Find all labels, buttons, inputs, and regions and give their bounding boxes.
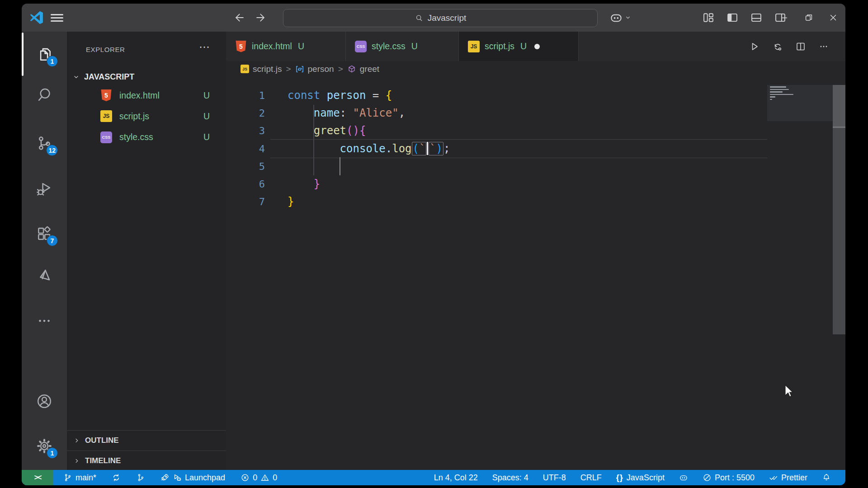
git-branch-status[interactable]: main* — [63, 473, 96, 483]
source-control-graph-button[interactable] — [136, 473, 145, 482]
line-number-gutter: 1234567 — [226, 87, 265, 211]
breadcrumb-item-script.js[interactable]: JSscript.js — [241, 64, 282, 74]
tab-label: style.css — [372, 41, 406, 52]
bell-icon — [822, 473, 831, 482]
breadcrumb-item-person[interactable]: person — [295, 64, 334, 74]
braces-icon: {} — [616, 473, 623, 483]
tab-index.html[interactable]: 5index.htmlU — [226, 32, 346, 61]
file-item-style.css[interactable]: CSSstyle.cssU — [67, 127, 226, 148]
activity-search-icon[interactable] — [33, 84, 55, 106]
toggle-primary-sidebar-icon[interactable] — [726, 11, 739, 24]
section-label: TIMELINE — [85, 456, 121, 465]
live-server-port-status[interactable]: Port : 5500 — [703, 473, 755, 483]
command-center-search[interactable]: Javascript — [283, 9, 598, 27]
launchpad-label: Launchpad — [185, 473, 225, 483]
file-item-index.html[interactable]: 5index.htmlU — [67, 85, 226, 106]
editor-scrollbar[interactable] — [833, 85, 845, 334]
code-line-5[interactable] — [288, 158, 450, 175]
activity-source-control-icon[interactable]: 12 — [33, 132, 55, 154]
language-mode-status[interactable]: {} JavaScript — [616, 473, 665, 483]
folder-row-javascript[interactable]: JAVASCRIPT — [67, 70, 226, 84]
sync-changes-button[interactable] — [112, 473, 121, 482]
cursor-position-label: Ln 4, Col 22 — [434, 473, 478, 483]
git-status-badge: U — [203, 90, 210, 101]
timeline-section[interactable]: TIMELINE — [67, 450, 226, 471]
more-actions-icon[interactable] — [818, 41, 829, 52]
customize-layout-icon[interactable] — [702, 11, 715, 24]
file-label: style.css — [119, 132, 153, 142]
code-line-4[interactable]: console.log(``); — [288, 140, 450, 158]
chevron-down-icon — [72, 73, 80, 81]
notifications-button[interactable] — [822, 473, 831, 482]
chevron-down-icon — [624, 14, 632, 21]
remote-indicator[interactable]: >< — [22, 470, 53, 485]
tab-style.css[interactable]: CSSstyle.cssU — [346, 32, 459, 61]
file-item-script.js[interactable]: JSscript.jsU — [67, 106, 226, 127]
explorer-more-actions-icon[interactable]: ⋯ — [199, 41, 211, 53]
back-arrow-icon[interactable] — [232, 11, 245, 24]
eol-status[interactable]: CRLF — [580, 473, 602, 483]
open-changes-icon[interactable] — [772, 41, 783, 52]
symbol-object-icon — [295, 65, 304, 74]
file-label: script.js — [119, 111, 149, 122]
problems-status[interactable]: 0 0 — [241, 473, 277, 483]
code-editor[interactable]: 1234567 const person = { name: "Alice", … — [226, 77, 845, 470]
tab-label: script.js — [485, 41, 514, 52]
copilot-status[interactable] — [679, 473, 688, 482]
activity-explorer-icon[interactable]: 1 — [33, 43, 55, 65]
prettier-status[interactable]: Prettier — [769, 473, 807, 483]
toggle-panel-icon[interactable] — [750, 11, 763, 24]
copilot-menu[interactable] — [609, 4, 632, 32]
scrollbar-slider[interactable] — [833, 85, 845, 128]
breadcrumb-label: greet — [360, 64, 379, 74]
minimap-line — [770, 91, 783, 93]
breadcrumb-separator: > — [286, 64, 291, 74]
menu-icon[interactable] — [51, 14, 63, 22]
code-line-1[interactable]: const person = { — [288, 87, 450, 104]
activity-run-debug-icon[interactable] — [33, 178, 55, 199]
activity-account-icon[interactable] — [33, 390, 55, 412]
forward-arrow-icon[interactable] — [255, 11, 268, 24]
breadcrumb-item-greet[interactable]: greet — [347, 64, 379, 74]
activity-settings-icon[interactable]: 1 — [33, 435, 55, 457]
code-line-2[interactable]: name: "Alice", — [288, 104, 450, 122]
split-editor-icon[interactable] — [795, 41, 806, 52]
indentation-label: Spaces: 4 — [492, 473, 528, 483]
title-bar: Javascript — [22, 4, 845, 32]
line-number: 6 — [226, 175, 265, 193]
remote-icon: >< — [34, 474, 41, 482]
git-graph-icon — [136, 473, 145, 482]
outline-section[interactable]: OUTLINE — [67, 430, 226, 450]
minimize-button[interactable] — [772, 4, 797, 32]
warning-icon — [260, 473, 269, 482]
restore-button[interactable] — [797, 4, 821, 32]
indentation-status[interactable]: Spaces: 4 — [492, 473, 528, 483]
activity-prism-icon[interactable] — [33, 265, 55, 286]
css-file-icon: CSS — [100, 131, 112, 143]
run-button[interactable] — [749, 41, 760, 52]
code-line-7[interactable]: } — [288, 193, 450, 211]
warning-count: 0 — [273, 473, 277, 483]
tab-label: index.html — [252, 41, 292, 52]
cursor-position-status[interactable]: Ln 4, Col 22 — [434, 473, 478, 483]
minimap-line — [770, 86, 786, 88]
unsaved-dot-icon[interactable] — [534, 44, 540, 49]
line-number: 3 — [226, 122, 265, 140]
close-button[interactable] — [821, 4, 845, 32]
editor-area: 5index.htmlUCSSstyle.cssUJSscript.jsU JS… — [226, 32, 845, 470]
tab-script.js[interactable]: JSscript.jsU — [459, 32, 579, 61]
launchpad-status[interactable]: Launchpad — [160, 473, 225, 483]
explorer-sidebar: EXPLORER ⋯ JAVASCRIPT 5index.htmlUJSscri… — [67, 32, 226, 470]
breadcrumb-separator: > — [338, 64, 343, 74]
activity-extensions-icon[interactable]: 7 — [33, 223, 55, 244]
code-line-3[interactable]: greet(){ — [288, 122, 450, 140]
minimap[interactable] — [767, 85, 833, 121]
encoding-label: UTF-8 — [543, 473, 566, 483]
breadcrumb-label: person — [308, 64, 334, 74]
prohibited-icon — [703, 473, 712, 482]
code-line-6[interactable]: } — [288, 175, 450, 193]
encoding-status[interactable]: UTF-8 — [543, 473, 566, 483]
sync-icon — [112, 473, 121, 482]
line-number: 5 — [226, 158, 265, 175]
activity-more-views-icon[interactable] — [33, 310, 55, 332]
